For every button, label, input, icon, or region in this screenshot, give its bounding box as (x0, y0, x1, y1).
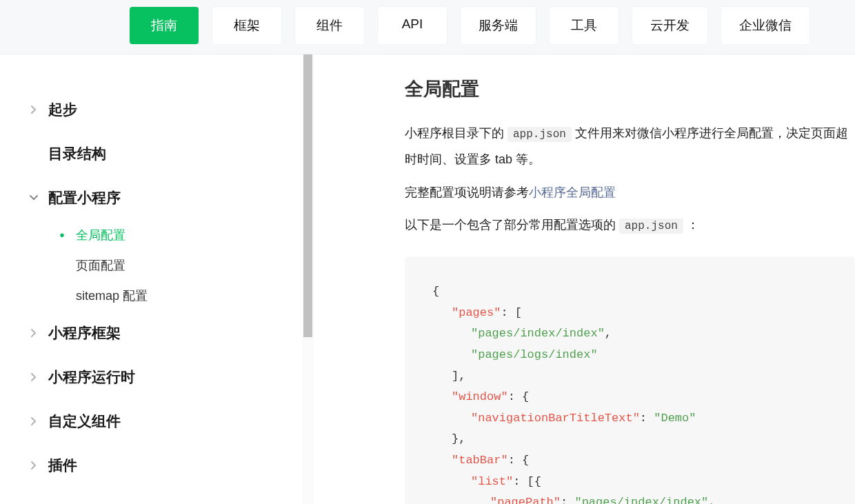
chevron-right-icon (19, 328, 48, 338)
nav-tab-0[interactable]: 指南 (130, 7, 199, 44)
code-line: ], (432, 366, 827, 387)
code-line: "pages": [ (432, 303, 827, 324)
code-line: { (432, 281, 827, 303)
nav-tab-1[interactable]: 框架 (212, 7, 281, 44)
sidebar-item-5[interactable]: 自定义组件 (19, 399, 302, 443)
sidebar-item-label: 配置小程序 (48, 188, 302, 208)
sidebar-item-label: 小程序框架 (48, 323, 302, 343)
text: 小程序根目录下的 (405, 126, 507, 140)
submenu: •全局配置•页面配置•sitemap 配置 (19, 220, 302, 311)
reference-paragraph: 完整配置项说明请参考小程序全局配置 (405, 180, 855, 206)
inline-code: app.json (619, 219, 683, 234)
sidebar-item-label: 小程序运行时 (48, 367, 302, 387)
sidebar-subitem-label: 全局配置 (76, 227, 125, 243)
chevron-right-icon (19, 105, 48, 114)
sidebar-subitem-2[interactable]: •sitemap 配置 (48, 281, 302, 311)
nav-tab-6[interactable]: 云开发 (632, 7, 707, 44)
chevron-right-icon (19, 372, 48, 382)
text: 完整配置项说明请参考 (405, 185, 529, 199)
sidebar-subitem-label: 页面配置 (76, 257, 125, 274)
sidebar-item-label: 目录结构 (48, 144, 302, 163)
code-line: "list": [{ (432, 472, 827, 493)
code-line: "pages/index/index", (432, 323, 827, 345)
inline-code: app.json (507, 127, 572, 142)
top-nav: 指南框架组件API服务端工具云开发企业微信 (0, 0, 855, 54)
nav-tab-5[interactable]: 工具 (550, 7, 618, 44)
code-line: "pages/logs/index" (432, 345, 827, 366)
sidebar-subitem-1[interactable]: •页面配置 (48, 250, 302, 281)
sidebar-item-4[interactable]: 小程序运行时 (19, 355, 302, 399)
text: 以下是一个包含了部分常用配置选项的 (405, 218, 619, 232)
sidebar-item-label: 插件 (48, 456, 302, 475)
chevron-right-icon (19, 461, 48, 470)
sidebar-item-label: 起步 (48, 100, 302, 119)
sidebar-item-6[interactable]: 插件 (19, 443, 302, 487)
chevron-down-icon (19, 194, 48, 201)
sidebar-subitem-0[interactable]: •全局配置 (48, 220, 302, 250)
sidebar-item-0[interactable]: 起步 (19, 88, 302, 132)
nav-tab-4[interactable]: 服务端 (461, 7, 536, 44)
example-intro-paragraph: 以下是一个包含了部分常用配置选项的 app.json ： (405, 212, 855, 239)
code-line: "window": { (432, 387, 827, 408)
sidebar: 起步目录结构配置小程序•全局配置•页面配置•sitemap 配置小程序框架小程序… (0, 54, 302, 504)
page-title: 全局配置 (405, 77, 855, 101)
bullet-icon: • (48, 258, 76, 274)
nav-tab-7[interactable]: 企业微信 (721, 7, 809, 44)
chevron-right-icon (19, 416, 48, 426)
main-content: 全局配置 小程序根目录下的 app.json 文件用来对微信小程序进行全局配置，… (314, 54, 855, 504)
bullet-icon: • (48, 288, 76, 304)
text: ： (683, 218, 699, 232)
code-line: "pagePath": "pages/index/index", (432, 492, 827, 504)
sidebar-item-label: 自定义组件 (48, 412, 302, 431)
code-line: "navigationBarTitleText": "Demo" (432, 408, 827, 430)
code-block: {"pages": ["pages/index/index","pages/lo… (405, 256, 855, 504)
bullet-icon: • (48, 228, 76, 243)
code-line: }, (432, 429, 827, 450)
config-reference-link[interactable]: 小程序全局配置 (529, 185, 616, 199)
nav-tab-2[interactable]: 组件 (295, 7, 364, 44)
sidebar-item-3[interactable]: 小程序框架 (19, 311, 302, 355)
intro-paragraph: 小程序根目录下的 app.json 文件用来对微信小程序进行全局配置，决定页面超… (405, 121, 855, 173)
sidebar-item-1[interactable]: 目录结构 (19, 132, 302, 176)
scrollbar[interactable] (302, 54, 314, 504)
sidebar-subitem-label: sitemap 配置 (76, 288, 148, 304)
scrollbar-thumb[interactable] (303, 54, 312, 337)
nav-tab-3[interactable]: API (378, 7, 447, 44)
sidebar-item-2[interactable]: 配置小程序 (19, 176, 302, 220)
code-line: "tabBar": { (432, 450, 827, 472)
